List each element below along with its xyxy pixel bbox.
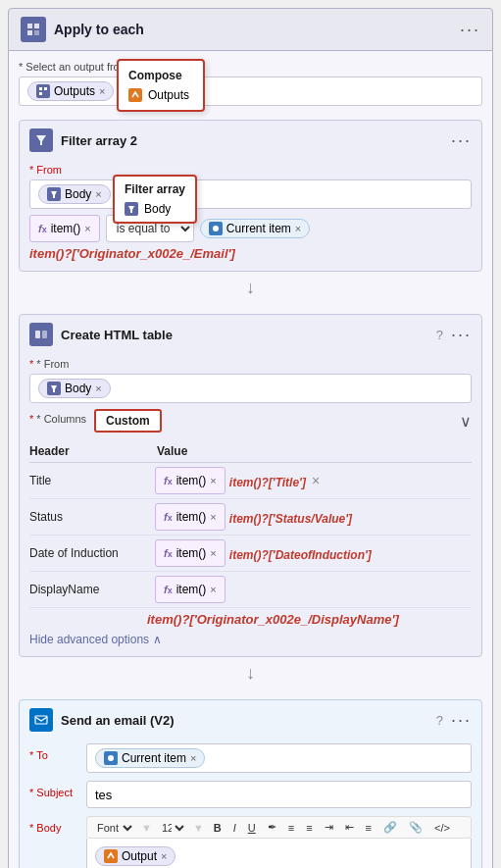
header-col-label: Header — [29, 444, 147, 458]
output-token-x[interactable]: × — [161, 850, 167, 862]
title-formula[interactable]: fx item() × — [155, 467, 225, 494]
compose-popup-title: Compose — [128, 69, 193, 82]
date-expr-text: item()?['DateofInduction'] — [229, 548, 372, 562]
send-email-dots[interactable]: ··· — [451, 710, 472, 731]
html-table-help-icon[interactable]: ? — [436, 328, 443, 342]
code-btn[interactable]: </> — [430, 821, 454, 835]
date-item-label: item() — [176, 546, 207, 560]
html-body-input[interactable]: Body × — [29, 374, 472, 403]
filter-item-input[interactable]: fx item() × — [29, 215, 100, 242]
bullet-btn[interactable]: ≡ — [284, 821, 298, 835]
table-row-title: Title fx item() × item()?['Title'] × — [29, 463, 472, 499]
to-current-item-label: Current item — [122, 751, 186, 765]
displayname-formula[interactable]: fx item() × — [155, 576, 225, 603]
columns-row: * * Columns Custom ∨ — [29, 409, 472, 433]
title-item-x[interactable]: × — [210, 475, 216, 486]
hide-advanced-options[interactable]: Hide advanced options ∧ — [29, 633, 472, 646]
subject-label: * Subject — [29, 781, 78, 798]
date-item-x[interactable]: × — [210, 547, 216, 559]
underline-btn[interactable]: U — [244, 821, 260, 835]
svg-rect-6 — [39, 92, 42, 95]
subject-input[interactable]: tes — [86, 781, 472, 808]
status-formula[interactable]: fx item() × — [155, 503, 225, 531]
outdent-btn[interactable]: ⇤ — [341, 820, 358, 835]
table-row-date: Date of Induction fx item() × item()?['D… — [29, 536, 472, 572]
html-table-header: Create HTML table ? ··· — [20, 315, 481, 354]
svg-marker-13 — [51, 385, 57, 392]
send-email-help-icon[interactable]: ? — [436, 713, 443, 728]
filter-array-2-body: * From Body × Filter arra — [20, 160, 481, 271]
subject-field-row: * Subject tes — [29, 781, 472, 808]
align-btn[interactable]: ≡ — [362, 821, 376, 835]
to-input[interactable]: Current item × — [86, 743, 472, 773]
output-icon — [104, 849, 118, 863]
html-from-label: * * From — [29, 358, 472, 370]
link-btn[interactable]: 🔗 — [379, 820, 401, 835]
outputs-token-x[interactable]: × — [99, 85, 105, 97]
outputs-token: Outputs × — [27, 81, 114, 101]
outputs-token-label: Outputs — [54, 84, 95, 98]
send-email-card: Send an email (V2) ? ··· * To — [19, 699, 482, 868]
output-token: Output × — [95, 846, 175, 866]
apply-more-icon[interactable]: ··· — [460, 20, 480, 40]
columns-label: * * Columns — [29, 413, 86, 425]
indent-btn[interactable]: ⇥ — [321, 820, 337, 835]
custom-badge[interactable]: Custom — [94, 409, 162, 433]
filter-body-label: Body — [65, 187, 91, 201]
apply-inner-content: * Select an output from pre Outputs × Co… — [8, 51, 493, 868]
attach-btn[interactable]: 📎 — [405, 820, 426, 835]
body-label: * Body — [29, 816, 78, 834]
body-toolbar: Font ▼ 12 ▼ B I U ✒ ≡ ≡ — [86, 816, 472, 839]
html-body-x[interactable]: × — [95, 383, 101, 394]
send-email-header-right: ? ··· — [436, 710, 472, 731]
filter-from-label: * From — [29, 164, 472, 176]
filter-body-x[interactable]: × — [95, 188, 101, 200]
html-table-dots[interactable]: ··· — [451, 325, 472, 345]
outputs-token-input[interactable]: Outputs × — [19, 77, 482, 106]
current-item-token: Current item × — [200, 219, 310, 238]
apply-each-header: Apply to each ··· — [8, 8, 493, 51]
date-formula[interactable]: fx item() × — [155, 539, 225, 567]
svg-rect-3 — [34, 30, 39, 35]
current-item-x[interactable]: × — [295, 223, 301, 234]
html-table-header-right: ? ··· — [436, 325, 472, 345]
send-email-header: Send an email (V2) ? ··· — [20, 700, 481, 740]
filter-array-2-title-row: Filter array 2 — [29, 128, 137, 152]
filter-body-token: Body × — [38, 184, 111, 204]
filter-item-x[interactable]: × — [84, 223, 90, 234]
title-close-x[interactable]: × — [312, 473, 320, 488]
html-table-title-row: Create HTML table — [29, 323, 173, 346]
status-item-label: item() — [176, 510, 207, 524]
displayname-header: DisplayName — [29, 583, 147, 596]
svg-marker-7 — [36, 135, 46, 145]
filter-body-input[interactable]: Body × — [29, 179, 472, 209]
bold-btn[interactable]: B — [210, 821, 225, 835]
font-size-select[interactable]: 12 — [158, 821, 187, 835]
numbered-btn[interactable]: ≡ — [302, 821, 316, 835]
hide-advanced-chevron: ∧ — [153, 633, 162, 646]
title-fx-icon: fx — [164, 475, 173, 486]
status-item-x[interactable]: × — [210, 511, 216, 523]
filter-array-2-icon — [29, 128, 53, 152]
filter-popup-icon — [125, 202, 138, 216]
fx-icon: fx — [38, 223, 47, 234]
pen-btn[interactable]: ✒ — [264, 820, 280, 835]
displayname-item-x[interactable]: × — [210, 584, 216, 595]
filter-array-2-dots[interactable]: ··· — [451, 130, 472, 151]
apply-title: Apply to each — [54, 22, 144, 37]
title-header: Title — [29, 474, 147, 487]
to-current-item-x[interactable]: × — [190, 752, 196, 764]
filter-popup-title: Filter array — [125, 182, 185, 196]
font-select[interactable]: Font — [93, 821, 135, 835]
italic-btn[interactable]: I — [229, 821, 240, 835]
to-label: * To — [29, 743, 78, 761]
svg-rect-2 — [27, 30, 32, 35]
columns-chevron[interactable]: ∨ — [460, 412, 472, 431]
body-area[interactable]: Output × — [86, 839, 472, 868]
displayname-value: fx item() × — [155, 576, 472, 603]
arrow-connector-2: ↓ — [19, 657, 482, 689]
filter-body-icon — [47, 187, 61, 201]
create-html-table-card: Create HTML table ? ··· * * From — [19, 314, 482, 657]
body-content: Font ▼ 12 ▼ B I U ✒ ≡ ≡ — [86, 816, 472, 868]
filter-array-2-header: Filter array 2 ··· — [20, 121, 481, 160]
